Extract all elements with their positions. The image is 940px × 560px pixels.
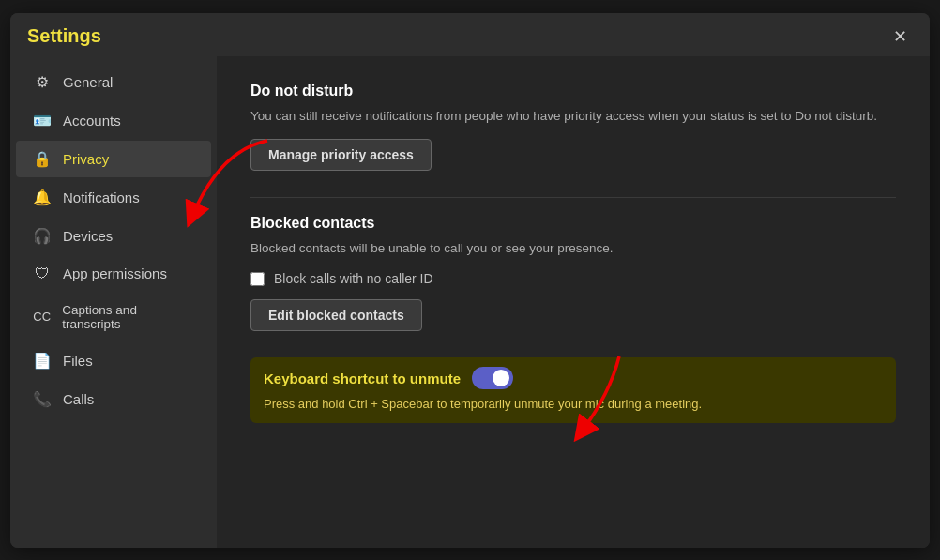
dnd-description: You can still receive notifications from… xyxy=(250,107,896,126)
block-calls-row: Block calls with no caller ID xyxy=(250,271,896,286)
sidebar: ⚙ General 🪪 Accounts 🔒 Privacy 🔔 Notific… xyxy=(10,56,217,548)
settings-window: Settings ✕ ⚙ General 🪪 Accounts 🔒 Privac… xyxy=(10,13,930,548)
manage-priority-access-button[interactable]: Manage priority access xyxy=(250,139,432,171)
sidebar-item-files[interactable]: 📄 Files xyxy=(16,342,211,379)
keyboard-shortcut-toggle[interactable] xyxy=(472,367,513,389)
calls-icon: 📞 xyxy=(33,390,52,408)
sidebar-label-notifications: Notifications xyxy=(63,189,140,205)
devices-icon: 🎧 xyxy=(33,227,52,245)
sidebar-label-privacy: Privacy xyxy=(63,151,109,167)
keyboard-shortcut-section: Keyboard shortcut to unmute Press and ho… xyxy=(250,357,896,423)
sidebar-item-notifications[interactable]: 🔔 Notifications xyxy=(16,179,211,216)
app-permissions-icon: 🛡 xyxy=(33,265,52,282)
sidebar-item-general[interactable]: ⚙ General xyxy=(16,64,211,100)
sidebar-label-files: Files xyxy=(63,353,93,369)
title-bar: Settings ✕ xyxy=(10,13,930,56)
content-area: Do not disturb You can still receive not… xyxy=(217,56,930,548)
blocked-contacts-title: Blocked contacts xyxy=(250,215,896,232)
sidebar-label-app-permissions: App permissions xyxy=(63,265,167,281)
main-content: ⚙ General 🪪 Accounts 🔒 Privacy 🔔 Notific… xyxy=(10,56,930,548)
sidebar-item-calls[interactable]: 📞 Calls xyxy=(16,381,211,417)
block-calls-label[interactable]: Block calls with no caller ID xyxy=(274,271,433,286)
keyboard-shortcut-label: Keyboard shortcut to unmute xyxy=(264,371,461,386)
keyboard-shortcut-row: Keyboard shortcut to unmute xyxy=(264,367,883,389)
sidebar-item-captions[interactable]: CC Captions and transcripts xyxy=(16,294,211,341)
blocked-contacts-description: Blocked contacts will be unable to call … xyxy=(250,239,896,258)
captions-icon: CC xyxy=(33,310,51,324)
blocked-contacts-section: Blocked contacts Blocked contacts will b… xyxy=(250,215,896,331)
sidebar-label-devices: Devices xyxy=(63,228,113,244)
sidebar-label-general: General xyxy=(63,74,113,90)
edit-blocked-contacts-button[interactable]: Edit blocked contacts xyxy=(250,299,422,331)
sidebar-label-calls: Calls xyxy=(63,391,94,407)
sidebar-label-captions: Captions and transcripts xyxy=(62,303,194,331)
toggle-slider xyxy=(472,367,513,389)
sidebar-item-app-permissions[interactable]: 🛡 App permissions xyxy=(16,256,211,292)
section-divider-1 xyxy=(250,197,896,198)
window-title: Settings xyxy=(27,25,101,47)
sidebar-label-accounts: Accounts xyxy=(63,113,121,129)
sidebar-item-devices[interactable]: 🎧 Devices xyxy=(16,218,211,254)
dnd-title: Do not disturb xyxy=(250,83,896,99)
notifications-icon: 🔔 xyxy=(33,189,52,206)
sidebar-item-accounts[interactable]: 🪪 Accounts xyxy=(16,102,211,139)
accounts-icon: 🪪 xyxy=(33,112,52,129)
keyboard-shortcut-description: Press and hold Ctrl + Spacebar to tempor… xyxy=(264,395,883,414)
do-not-disturb-section: Do not disturb You can still receive not… xyxy=(250,83,896,171)
sidebar-item-privacy[interactable]: 🔒 Privacy xyxy=(16,141,211,177)
files-icon: 📄 xyxy=(33,352,52,370)
block-calls-checkbox[interactable] xyxy=(250,272,265,286)
close-button[interactable]: ✕ xyxy=(887,24,913,49)
general-icon: ⚙ xyxy=(33,73,52,91)
privacy-icon: 🔒 xyxy=(33,150,52,168)
